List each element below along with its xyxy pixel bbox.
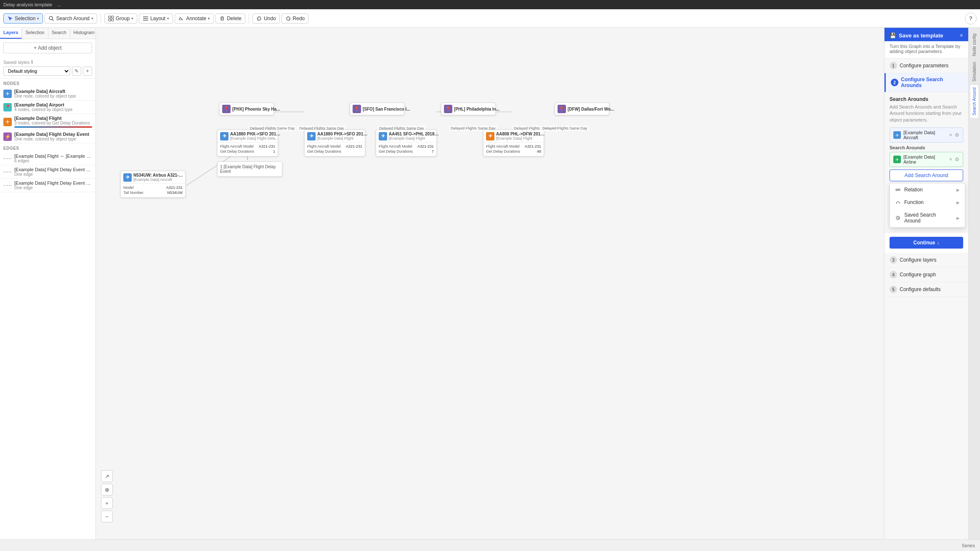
edge-name-1: [Example Data] Flight ↔ [Example Data] A… — [14, 154, 92, 159]
sa-item-aircraft[interactable]: ✈ [Example Data] Aircraft × ⚙ — [890, 127, 963, 143]
continue-button[interactable]: Continue ↓ — [890, 237, 963, 249]
sa-airline-settings-icon[interactable]: ⚙ — [955, 156, 959, 162]
step-1[interactable]: 1 Configure parameters — [884, 58, 968, 73]
svg-point-14 — [896, 189, 898, 191]
sa-aircraft-settings-icon[interactable]: ⚙ — [955, 132, 959, 138]
sa-aircraft-close-icon[interactable]: × — [949, 132, 952, 138]
undo-button[interactable]: Undo — [252, 13, 280, 24]
sa-aircraft-icon: ✈ — [893, 131, 901, 139]
node-flight4[interactable]: ✈ AA808 PHL->DFW 2018-... [Example Data]… — [483, 130, 544, 156]
function-icon — [895, 199, 901, 205]
continue-section: Continue ↓ — [884, 232, 968, 253]
node-phl[interactable]: 📍 [PHL] Philadelphia In... — [441, 103, 496, 115]
search-around-button[interactable]: Search Around ▾ — [45, 13, 97, 24]
edge-item-flight-airport[interactable]: [Example Data] Flight ↔ [Example Data] A… — [0, 152, 96, 165]
function-arrow-icon: ▶ — [956, 200, 960, 205]
node-sfo[interactable]: 📍 [SFO] San Francisco I... — [350, 103, 404, 115]
delete-button[interactable]: Delete — [215, 13, 245, 24]
step-2-label: Configure Search Arounds — [901, 77, 963, 88]
saved-search-around-arrow-icon: ▶ — [956, 216, 960, 220]
sa-item-airline[interactable]: ✈ [Example Data] Airline × ⚙ — [890, 152, 963, 167]
annotate-button[interactable]: Annotate ▾ — [175, 13, 214, 24]
step-1-num: 1 — [890, 62, 897, 69]
layout-button[interactable]: Layout ▾ — [139, 13, 173, 24]
node-flight2[interactable]: ✈ AA1880 PHX->SFO 2018-0... [Example Dat… — [304, 130, 365, 156]
layer-item-airport[interactable]: 📍 [Example Data] Airport 4 nodes, colore… — [0, 101, 96, 114]
add-search-around-button[interactable]: Add Search Around — [890, 170, 963, 181]
add-style-button[interactable]: + — [83, 66, 92, 76]
step-3[interactable]: 3 Configure layers — [884, 253, 968, 268]
tab-layers[interactable]: Layers — [0, 28, 22, 39]
airport-layer-name: [Example Data] Airport — [14, 102, 92, 107]
toolbar-separator-1 — [101, 13, 101, 24]
sub-section-label: Search Arounds — [890, 145, 963, 150]
series-button[interactable]: Series — [962, 543, 975, 548]
node-phoenix[interactable]: 📍 [PHX] Phoenix Sky Ha... — [219, 103, 274, 115]
redo-icon — [285, 16, 291, 21]
saved-styles-info-icon: ℹ — [31, 59, 33, 65]
edge-name-3: [Example Data] Flight Delay Event ↔ [Exa… — [14, 180, 92, 185]
tab-selection[interactable]: Selection — [22, 28, 48, 39]
aircraft-layer-desc: One node, colored by object type — [14, 94, 92, 98]
flight-airport-edge-icon — [3, 156, 12, 161]
sa-airline-close-icon[interactable]: × — [949, 156, 952, 162]
help-button[interactable]: ? — [965, 13, 977, 24]
flight4-node-title: AA808 PHL->DFW 2018-... — [496, 132, 547, 136]
flight3-node-icon: ✈ — [379, 132, 387, 140]
vtab-search-around[interactable]: Search Around — [970, 85, 978, 118]
node-flight1[interactable]: ✈ AA1880 PHX->SFO 2018-... [Example Data… — [217, 130, 278, 156]
export-button[interactable]: ↗ — [101, 470, 113, 482]
flight-delay-layer-desc: One node, colored by object type — [14, 137, 92, 141]
redo-button[interactable]: Redo — [282, 13, 309, 24]
node-flight3[interactable]: ✈ AA451 SFO->PHL 2018-0... [Example Data… — [376, 130, 437, 156]
flight4-node-icon: ✈ — [486, 132, 494, 140]
add-object-section: + Add object — [0, 39, 96, 57]
vtab-simulation[interactable]: Simulation — [970, 59, 978, 84]
layer-item-aircraft[interactable]: ✈ [Example Data] Aircraft One node, colo… — [0, 87, 96, 101]
continue-down-icon: ↓ — [937, 240, 940, 246]
node-dfw[interactable]: 📍 [DFW] Dallas/Fort Wo... — [555, 103, 609, 115]
delete-icon — [219, 16, 225, 21]
search-arounds-title: Search Arounds — [890, 96, 963, 102]
zoom-in-button[interactable]: + — [101, 497, 113, 509]
save-template-close-button[interactable]: × — [960, 32, 963, 39]
dropdown-relation-item[interactable]: Relation ▶ — [890, 183, 965, 196]
edge-item-fde-2[interactable]: [Example Data] Flight Delay Event ↔ [Exa… — [0, 179, 96, 192]
flight-layer-icon: ✈ — [3, 118, 12, 126]
zoom-out-button[interactable]: − — [101, 511, 113, 522]
layer-item-flight-delay[interactable]: ⚡ [Example Data] Flight Delay Event One … — [0, 130, 96, 143]
node-fde[interactable]: 1 [Example Data] Flight Delay Event — [217, 162, 282, 177]
selection-button[interactable]: Selection ▾ — [3, 13, 43, 24]
add-object-button[interactable]: + Add object — [3, 42, 92, 53]
edit-style-button[interactable]: ✎ — [72, 66, 81, 76]
fde-edge-2-icon — [3, 183, 12, 188]
search-arounds-section: Search Arounds Add Search Arounds and Se… — [884, 92, 968, 232]
canvas[interactable]: ✈ N534UW: Airbus A321-231 [Example Data]… — [96, 28, 884, 539]
step-4[interactable]: 4 Configure graph — [884, 268, 968, 282]
layer-item-flight[interactable]: ✈ [Example Data] Flight 3 nodes, colored… — [0, 114, 96, 130]
style-select[interactable]: Default styling — [3, 66, 70, 76]
edge-item-fde-1[interactable]: [Example Data] Flight Delay Event ↔ [Exa… — [0, 165, 96, 179]
node-aircraft[interactable]: ✈ N534UW: Airbus A321-231 [Example Data]… — [120, 171, 186, 198]
phoenix-node-title: [PHX] Phoenix Sky Ha... — [232, 107, 280, 111]
saved-styles-label: Saved styles ℹ — [3, 59, 92, 65]
flight1-node-subtitle: [Example Data] Flight Dela... — [230, 136, 281, 140]
canvas-tools: ↗ ⊕ + − — [101, 470, 113, 522]
phoenix-node-icon: 📍 — [222, 105, 231, 113]
saved-styles-section: Saved styles ℹ Default styling ✎ + — [0, 57, 96, 79]
cursor-icon — [7, 16, 13, 21]
step-5-num: 5 — [890, 286, 897, 293]
group-button[interactable]: Group ▾ — [104, 13, 137, 24]
edge-desc-2: One edge — [14, 172, 92, 177]
vtab-node-config[interactable]: Node config — [970, 31, 978, 58]
flight3-node-title: AA451 SFO->PHL 2018-0... — [389, 132, 439, 136]
search-around-toolbar-icon — [48, 16, 54, 21]
dropdown-function-item[interactable]: Function ▶ — [890, 196, 965, 209]
step-5[interactable]: 5 Configure defaults — [884, 282, 968, 297]
tab-histogram[interactable]: Histogram — [70, 28, 98, 39]
step-2[interactable]: 2 Configure Search Arounds — [884, 73, 968, 92]
tab-search[interactable]: Search — [48, 28, 70, 39]
dropdown-saved-search-around-item[interactable]: Saved Search Around ▶ — [890, 209, 965, 227]
phl-node-icon: 📍 — [444, 105, 452, 113]
fit-button[interactable]: ⊕ — [101, 484, 113, 495]
